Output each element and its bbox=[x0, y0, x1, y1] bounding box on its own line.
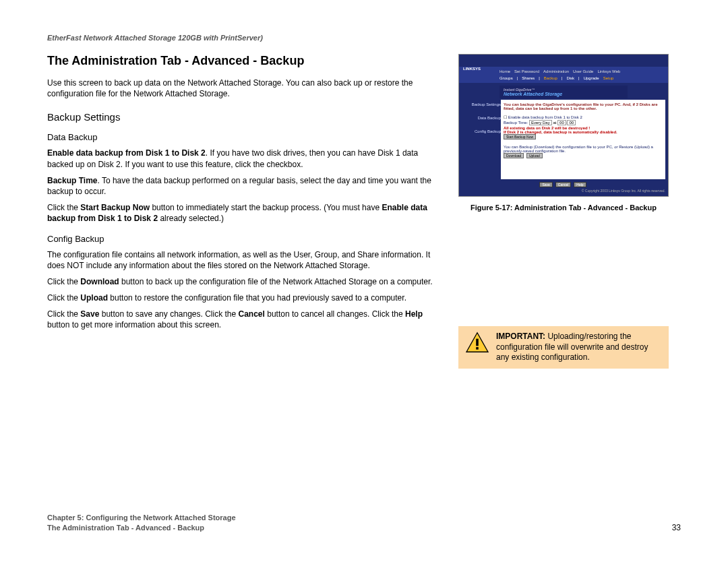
ss-subnav: Groups | Shares | Backup | Disk | Upgrad… bbox=[459, 76, 668, 83]
download-bold: Download bbox=[80, 277, 119, 286]
cancel-bold: Cancel bbox=[239, 309, 265, 319]
page-footer: Chapter 5: Configuring the Network Attac… bbox=[47, 513, 681, 532]
backup-time-bold: Backup Time bbox=[47, 176, 97, 185]
data-backup-p2: Backup Time. To have the data backup per… bbox=[47, 175, 438, 197]
help-bold: Help bbox=[405, 309, 423, 319]
main-text-column: The Administration Tab - Advanced - Back… bbox=[47, 54, 438, 369]
save-bold: Save bbox=[80, 309, 99, 319]
svg-rect-1 bbox=[476, 339, 479, 346]
important-bold: IMPORTANT: bbox=[496, 332, 545, 341]
ss-start-backup-button: Start Backup Now bbox=[504, 134, 536, 139]
important-callout: IMPORTANT: Uploading/restoring the confi… bbox=[458, 326, 669, 369]
enable-bold: Enable data backup from Disk 1 to Disk 2 bbox=[47, 148, 206, 158]
upload-bold: Upload bbox=[80, 293, 108, 303]
backup-settings-heading: Backup Settings bbox=[47, 111, 438, 123]
callout-text: IMPORTANT: Uploading/restoring the confi… bbox=[496, 332, 662, 363]
admin-screenshot: LINKSYS Home Set Password Administration… bbox=[458, 54, 669, 197]
p2-rest: . To have the data backup performed on a… bbox=[47, 176, 431, 196]
warning-icon bbox=[465, 332, 489, 353]
p3-pre: Click the bbox=[47, 203, 80, 212]
data-backup-p1: Enable data backup from Disk 1 to Disk 2… bbox=[47, 148, 438, 169]
product-header: EtherFast Network Attached Storage 120GB… bbox=[47, 34, 681, 42]
ss-main-panel: You can backup the GigaDrive's configura… bbox=[501, 100, 665, 179]
data-backup-p3: Click the Start Backup Now button to imm… bbox=[47, 202, 438, 224]
p3-mid: button to immediately start the backup p… bbox=[150, 203, 382, 212]
config-p4: Click the Save button to save any change… bbox=[47, 309, 438, 330]
svg-rect-2 bbox=[476, 347, 479, 350]
ss-sidebar: Backup Settings Data Backup Config Backu… bbox=[459, 100, 501, 179]
data-backup-heading: Data Backup bbox=[47, 132, 438, 142]
intro-paragraph: Use this screen to back up data on the N… bbox=[47, 77, 438, 99]
ss-topnav: Home Set Password Administration User Gu… bbox=[459, 67, 668, 76]
config-p2: Click the Download button to back up the… bbox=[47, 276, 438, 287]
ss-cancel-button: Cancel bbox=[555, 182, 572, 187]
ss-copyright: © Copyright 2003 Linksys Group Inc. All … bbox=[459, 187, 668, 194]
page-title: The Administration Tab - Advanced - Back… bbox=[47, 54, 438, 68]
config-p1: The configuration file contains all netw… bbox=[47, 249, 438, 271]
ss-logo: LINKSYS bbox=[463, 67, 481, 71]
ss-download-button: Download bbox=[504, 153, 524, 158]
config-backup-heading: Config Backup bbox=[47, 234, 438, 244]
ss-upload-button: Upload bbox=[526, 153, 543, 158]
config-p3: Click the Upload button to restore the c… bbox=[47, 292, 438, 303]
p3-end: already selected.) bbox=[158, 214, 224, 223]
ss-help-button: Help bbox=[574, 182, 586, 187]
ss-bottom-buttons: Save Cancel Help bbox=[459, 182, 668, 187]
ss-brand: Instant GigaDrive™ Network Attached Stor… bbox=[499, 86, 628, 98]
start-backup-bold: Start Backup Now bbox=[80, 203, 150, 212]
ss-save-button: Save bbox=[539, 182, 552, 187]
footer-chapter: Chapter 5: Configuring the Network Attac… bbox=[47, 513, 236, 522]
page-number: 33 bbox=[672, 523, 681, 532]
figure-caption: Figure 5-17: Administration Tab - Advanc… bbox=[458, 204, 669, 212]
footer-subtitle: The Administration Tab - Advanced - Back… bbox=[47, 523, 236, 532]
